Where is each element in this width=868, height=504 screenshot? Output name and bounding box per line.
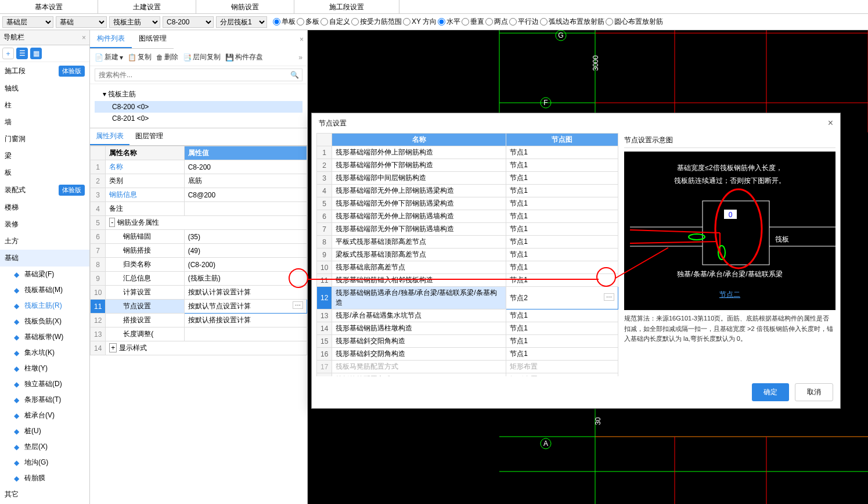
prop-row[interactable]: 7钢筋搭接(49)	[91, 244, 307, 258]
node-row[interactable]: 13筏形/承台基础遇集水坑节点节点1	[317, 309, 618, 322]
node-row[interactable]: 4筏形基础端部无外伸上部钢筋遇梁构造节点1	[317, 185, 618, 197]
prop-row[interactable]: 3钢筋信息C8@200	[91, 188, 307, 202]
sub-item[interactable]: ◆桩承台(V)	[0, 408, 89, 423]
tab-section[interactable]: 施工段设置	[294, 0, 399, 13]
sel-cat[interactable]: 基础	[56, 16, 107, 28]
node-row[interactable]: 3筏形基础端部中间层钢筋构造节点1	[317, 172, 618, 185]
new-button[interactable]: 📄 新建 ▾	[95, 52, 123, 62]
nav-item[interactable]: 梁	[0, 147, 89, 164]
node-row[interactable]: 9梁板式筏形基础顶部高差节点节点1	[317, 249, 618, 261]
nav-item[interactable]: 墙	[0, 114, 89, 131]
node-row[interactable]: 16筏形基础斜交阴角构造节点1	[317, 348, 618, 361]
nav-list-icon[interactable]: ☰	[16, 48, 28, 59]
radio-3[interactable]: 按受力筋范围	[351, 17, 402, 27]
sub-item[interactable]: ◆基础梁(F)	[0, 267, 89, 282]
prop-row[interactable]: 10计算设置按默认计算设置计算	[91, 286, 307, 300]
sub-item[interactable]: ◆柱墩(Y)	[0, 361, 89, 376]
sub-item[interactable]: ◆垫层(X)	[0, 439, 89, 455]
node-row[interactable]: 5筏形基础端部无外伸下部钢筋遇梁构造节点1	[317, 197, 618, 210]
prop-row[interactable]: 4备注	[91, 202, 307, 216]
save-button[interactable]: 💾 构件存盘	[225, 52, 263, 62]
sub-item[interactable]: ◆桩(U)	[0, 423, 89, 439]
prop-row[interactable]: 6钢筋锚固(35)	[91, 230, 307, 244]
close-icon[interactable]: ×	[82, 34, 86, 42]
tab-rebar[interactable]: 钢筋设置	[196, 0, 294, 13]
nav-item[interactable]: 柱	[0, 97, 89, 114]
radio-0[interactable]: 单板	[273, 17, 296, 27]
close-icon[interactable]: ×	[300, 35, 304, 44]
tab-layers[interactable]: 图层管理	[129, 128, 169, 145]
radio-5[interactable]: 水平	[438, 17, 460, 27]
nav-grid-icon[interactable]: ▦	[30, 48, 42, 59]
ellipsis-button[interactable]: ⋯	[293, 301, 303, 309]
radio-7[interactable]: 两点	[485, 17, 508, 27]
radio-8[interactable]: 平行边	[509, 17, 539, 27]
cancel-button[interactable]: 取消	[795, 383, 833, 401]
node-row[interactable]: 1筏形基础端部外伸上部钢筋构造节点1	[317, 146, 618, 159]
tab-props[interactable]: 属性列表	[90, 128, 129, 145]
sel-spec[interactable]: C8-200	[163, 16, 214, 28]
node-row[interactable]: 15筏形基础斜交阳角构造节点1	[317, 335, 618, 348]
prop-row[interactable]: 11节点设置按默认节点设置计算⋯	[91, 300, 307, 314]
nav-item[interactable]: 装修	[0, 216, 89, 233]
tab-complist[interactable]: 构件列表	[90, 30, 132, 48]
node-row[interactable]: 11筏形基础钢筋锚入相邻筏板构造节点1	[317, 274, 618, 287]
sub-item[interactable]: ◆基础板带(W)	[0, 329, 89, 345]
node-row[interactable]: 6筏形基础端部无外伸上部钢筋遇墙构造节点1	[317, 210, 618, 223]
nav-item[interactable]: 基础	[0, 250, 89, 267]
prop-row[interactable]: 8归类名称(C8-200)	[91, 258, 307, 272]
sel-rebar[interactable]: 分层筏板1	[216, 16, 267, 28]
nav-item[interactable]: 门窗洞	[0, 131, 89, 147]
sub-item[interactable]: ◆独立基础(D)	[0, 376, 89, 392]
prop-row[interactable]: 12搭接设置按默认搭接设置计算	[91, 314, 307, 327]
radio-6[interactable]: 垂直	[462, 17, 484, 27]
nav-item[interactable]: 装配式体验版	[0, 181, 89, 199]
nav-item[interactable]: 其它	[0, 486, 89, 503]
radio-2[interactable]: 自定义	[320, 17, 350, 27]
prop-row[interactable]: 5-钢筋业务属性	[91, 216, 307, 230]
node-row[interactable]: 7筏形基础端部无外伸下部钢筋遇墙构造节点1	[317, 223, 618, 236]
tree-root[interactable]: ▾ 筏板主筋	[95, 88, 302, 101]
nav-item[interactable]: 板	[0, 164, 89, 181]
layercopy-button[interactable]: 📑 层间复制	[183, 52, 221, 62]
search-input[interactable]	[95, 69, 302, 81]
node-row[interactable]: 14筏形基础钢筋遇柱墩构造节点1	[317, 322, 618, 335]
radio-9[interactable]: 弧线边布置放射筋	[540, 17, 604, 27]
more-icon[interactable]: »	[298, 53, 302, 62]
nav-item[interactable]: 土方	[0, 233, 89, 250]
nav-item[interactable]: 轴线	[0, 80, 89, 97]
sub-item[interactable]: ◆集水坑(K)	[0, 345, 89, 361]
tree-item[interactable]: C8-201 <0>	[95, 113, 302, 124]
radio-1[interactable]: 多板	[297, 17, 319, 27]
prop-row[interactable]: 13长度调整(	[91, 327, 307, 341]
sub-item[interactable]: ◆条形基础(T)	[0, 392, 89, 408]
node-row[interactable]: 8平板式筏形基础顶部高差节点节点1	[317, 236, 618, 249]
node-row[interactable]: 17筏板马凳筋配置方式矩形布置	[317, 361, 618, 373]
node-row[interactable]: 12筏形基础钢筋遇承台/独基/承台梁/基础联系梁/条基构造节点2⋯	[317, 287, 618, 309]
node-row[interactable]: 10筏形基础底部高差节点节点1	[317, 261, 618, 274]
tab-civil[interactable]: 土建设置	[98, 0, 196, 13]
ok-button[interactable]: 确定	[752, 383, 789, 401]
tree-item[interactable]: C8-200 <0>	[95, 101, 302, 113]
tab-drawing[interactable]: 图纸管理	[132, 30, 174, 48]
sub-item[interactable]: ◆砖胎膜	[0, 470, 89, 486]
sel-layer[interactable]: 基础层	[2, 16, 53, 28]
prop-row[interactable]: 14+显示样式	[91, 341, 307, 355]
nav-add-icon[interactable]: ＋	[2, 48, 14, 59]
search-icon[interactable]: 🔍	[290, 71, 299, 79]
prop-row[interactable]: 2类别底筋	[91, 174, 307, 188]
sub-item[interactable]: ◆筏板基础(M)	[0, 282, 89, 298]
delete-button[interactable]: 🗑 删除	[156, 52, 178, 62]
sub-item[interactable]: ◆地沟(G)	[0, 455, 89, 470]
tab-basic[interactable]: 基本设置	[0, 0, 98, 13]
prop-row[interactable]: 9汇总信息(筏板主筋)	[91, 272, 307, 286]
nav-item[interactable]: 楼梯	[0, 199, 89, 216]
nav-item[interactable]: 施工段体验版	[0, 62, 89, 80]
ellipsis-button[interactable]: ⋯	[604, 293, 614, 301]
copy-button[interactable]: 📋 复制	[128, 52, 152, 62]
radio-4[interactable]: XY 方向	[403, 17, 437, 27]
sub-item[interactable]: ◆筏板负筋(X)	[0, 314, 89, 329]
close-icon[interactable]: ×	[828, 118, 833, 128]
node-row[interactable]: 2筏形基础端部外伸下部钢筋构造节点1	[317, 159, 618, 172]
sel-type[interactable]: 筏板主筋	[109, 16, 160, 28]
